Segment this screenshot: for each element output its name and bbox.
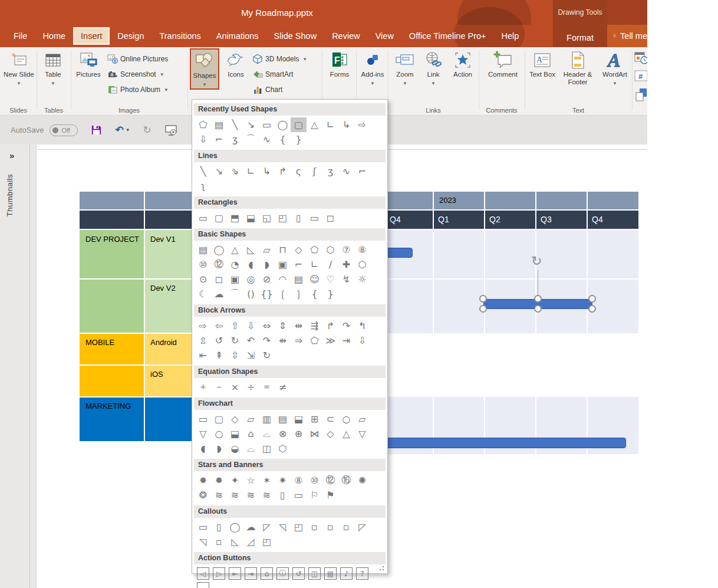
shape-cell[interactable]: ◎ xyxy=(243,272,259,287)
panel-divider[interactable] xyxy=(29,144,30,588)
shape-cell[interactable]: ▢ xyxy=(211,412,227,426)
shape-cell[interactable]: ⬠ xyxy=(307,333,322,348)
shape-cell[interactable]: ◺ xyxy=(227,534,243,549)
shape-cell[interactable]: ⇩ xyxy=(243,318,259,333)
shape-cell[interactable]: { xyxy=(275,132,291,147)
resize-handle[interactable] xyxy=(588,305,596,313)
shape-cell[interactable]: ↺ xyxy=(211,333,227,348)
shape-cell[interactable]: ↻ xyxy=(227,333,243,348)
shape-cell[interactable]: ◇ xyxy=(227,412,243,426)
row-group-cell[interactable]: MARKETING xyxy=(80,397,144,441)
shape-cell[interactable]: ≠ xyxy=(275,380,291,395)
shape-cell[interactable]: ↱ xyxy=(322,318,338,333)
shape-cell[interactable]: ❲ xyxy=(275,287,291,301)
resize-handle[interactable] xyxy=(479,305,487,313)
shape-cell[interactable]: } xyxy=(291,132,307,147)
shape-cell[interactable]: ⊙ xyxy=(195,272,211,287)
shape-cell[interactable]: ▭ xyxy=(307,211,322,225)
shape-cell[interactable]: ⋈ xyxy=(307,426,322,441)
shape-cell[interactable]: ⇕ xyxy=(275,318,291,333)
tab-help[interactable]: Help xyxy=(494,28,527,44)
shape-cell[interactable]: ▭ xyxy=(291,488,307,502)
shape-cell[interactable]: ↘ xyxy=(211,164,227,179)
icons-button[interactable]: Icons xyxy=(223,50,249,78)
shape-cell[interactable]: ⊓ xyxy=(275,242,291,257)
shape-cell[interactable]: × xyxy=(227,380,243,395)
smartart-button[interactable]: SmartArt xyxy=(252,67,293,81)
shape-cell[interactable]: ↻ xyxy=(259,348,275,363)
shape-cell[interactable]: ⊂ xyxy=(322,412,338,426)
shape-cell[interactable]: ⬓ xyxy=(227,426,243,441)
shape-cell[interactable]: ◫ xyxy=(259,441,275,456)
shape-cell[interactable]: ∕ xyxy=(322,257,338,272)
shape-cell[interactable]: ▽ xyxy=(354,426,370,441)
shape-cell[interactable]: ▫ xyxy=(211,534,227,549)
shape-cell[interactable]: ⇻ xyxy=(275,333,291,348)
shape-cell[interactable]: ▱ xyxy=(243,412,259,426)
shape-cell[interactable]: ☾ xyxy=(195,287,211,301)
shape-cell[interactable]: () xyxy=(243,287,259,301)
tab-design[interactable]: Design xyxy=(110,28,151,44)
shape-cell[interactable]: ❳ xyxy=(291,287,307,301)
shape-cell[interactable]: ⇲ xyxy=(243,348,259,363)
shape-cell[interactable]: ⓘ xyxy=(276,567,289,580)
shape-cell[interactable]: ⇨ xyxy=(354,117,370,132)
shape-cell[interactable]: ◔ xyxy=(227,257,243,272)
start-presentation-button[interactable] xyxy=(164,124,177,136)
shape-cell[interactable]: ◹ xyxy=(275,520,291,534)
shape-cell[interactable]: ○ xyxy=(211,426,227,441)
shape-cell[interactable]: ≋ xyxy=(259,488,275,502)
row-group-cell[interactable] xyxy=(80,365,144,397)
shape-cell[interactable]: ⬠ xyxy=(307,242,322,257)
pictures-button[interactable]: Pictures xyxy=(72,50,105,78)
shape-cell[interactable]: ⇧ xyxy=(227,318,243,333)
shape-cell[interactable]: ◗ xyxy=(259,257,275,272)
save-button[interactable] xyxy=(91,124,102,136)
shape-cell[interactable]: ✹ xyxy=(211,473,227,488)
shape-cell[interactable]: ⇒ xyxy=(291,333,307,348)
undo-button[interactable]: ↶▼ xyxy=(115,124,130,136)
shape-cell[interactable]: ⑩ xyxy=(307,473,322,488)
shape-cell[interactable]: ◇ xyxy=(291,242,307,257)
shape-cell[interactable]: ⇥ xyxy=(245,567,257,580)
resize-handle[interactable] xyxy=(534,305,542,313)
shape-cell[interactable]: ▣ xyxy=(227,272,243,287)
shape-cell[interactable]: ⇤ xyxy=(195,348,211,363)
shape-cell[interactable]: ⇦ xyxy=(211,318,227,333)
shape-cell[interactable]: ∟ xyxy=(322,117,338,132)
shape-cell[interactable]: ◰ xyxy=(259,534,275,549)
shape-cell[interactable]: ∟ xyxy=(243,164,259,179)
rotation-handle-icon[interactable]: ↻ xyxy=(531,254,542,268)
shape-cell[interactable]: { xyxy=(307,287,322,301)
shape-cell[interactable]: ✸ xyxy=(195,473,211,488)
tab-insert[interactable]: Insert xyxy=(73,27,110,45)
text-box-button[interactable]: A Text Box xyxy=(528,50,556,78)
shape-cell[interactable]: ⌐ xyxy=(354,164,370,179)
shape-cell[interactable]: ◠ xyxy=(275,272,291,287)
shape-cell[interactable]: ▯ xyxy=(211,520,227,534)
shape-cell[interactable]: ⌐ xyxy=(211,132,227,147)
shape-cell[interactable]: ↷ xyxy=(259,333,275,348)
shape-cell[interactable]: ○ xyxy=(338,412,354,426)
table-button[interactable]: Table ▼ xyxy=(39,50,67,87)
shape-cell[interactable]: － xyxy=(211,380,227,395)
tab-animations[interactable]: Animations xyxy=(209,28,266,44)
shape-cell[interactable]: ✦ xyxy=(227,473,243,488)
tell-me-box[interactable]: Tell me xyxy=(607,25,647,47)
shape-cell[interactable]: ⬡ xyxy=(275,441,291,456)
shape-cell[interactable]: ⬡ xyxy=(322,242,338,257)
resize-handle[interactable] xyxy=(479,295,487,303)
shape-cell[interactable]: ☼ xyxy=(354,272,370,287)
row-item-cell[interactable] xyxy=(144,397,192,441)
shape-cell[interactable]: ⌂ xyxy=(243,426,259,441)
shape-cell[interactable]: ⊕ xyxy=(291,426,307,441)
shape-cell[interactable]: ◰ xyxy=(291,520,307,534)
shape-cell[interactable]: ⇹ xyxy=(291,318,307,333)
shape-cell[interactable]: ✷ xyxy=(275,473,291,488)
shape-cell[interactable]: ⇤ xyxy=(229,567,241,580)
shape-cell[interactable]: ▥ xyxy=(259,412,275,426)
shape-cell[interactable]: ▱ xyxy=(354,412,370,426)
shape-cell[interactable]: ◸ xyxy=(354,520,370,534)
tab-format[interactable]: Format xyxy=(553,33,607,42)
shape-cell[interactable]: ↳ xyxy=(338,117,354,132)
